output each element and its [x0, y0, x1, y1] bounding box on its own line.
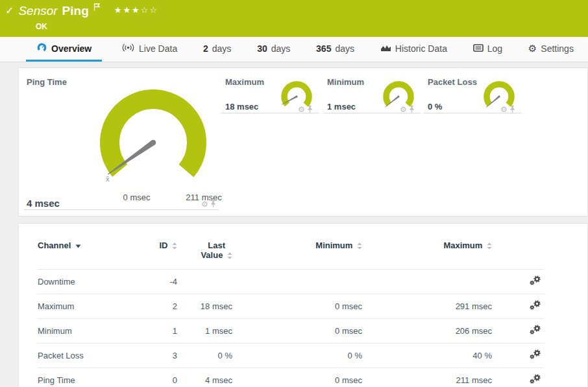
channel-settings-gears-icon[interactable] — [529, 377, 541, 386]
column-header-id[interactable]: ID — [135, 237, 177, 270]
channel-id: 0 — [135, 368, 177, 387]
channel-settings-cell — [492, 294, 544, 319]
table-row[interactable]: Ping Time 0 4 msec 0 msec 211 msec — [38, 368, 544, 387]
pin-icon[interactable] — [307, 104, 313, 115]
channel-last-value: 18 msec — [177, 294, 232, 319]
gauge-value: 18 msec — [225, 102, 258, 111]
divider — [323, 113, 421, 113]
sort-both-icon — [227, 252, 232, 259]
channel-table: Channel ID Last Value — [38, 237, 544, 387]
gauge-packet-loss: Packet Loss 0 % ⚙ — [424, 68, 522, 113]
channel-id: -4 — [135, 270, 177, 294]
channel-name[interactable]: Maximum — [38, 294, 135, 319]
channel-last-value: 1 msec — [177, 319, 232, 344]
channel-settings-gears-icon[interactable] — [529, 303, 541, 312]
table-row[interactable]: Packet Loss 3 0 % 0 % 40 % — [38, 344, 544, 368]
channel-maximum: 206 msec — [362, 319, 492, 344]
gauge-value: 1 msec — [327, 102, 356, 111]
channel-minimum: 0 msec — [232, 319, 362, 344]
sort-both-icon — [357, 242, 362, 250]
channel-maximum: 211 msec — [362, 368, 492, 387]
pin-icon[interactable] — [210, 198, 216, 210]
average-marker: x̄ — [106, 175, 110, 183]
gauge-maximum: Maximum 18 msec ⚙ — [221, 68, 320, 113]
pin-icon[interactable] — [509, 104, 515, 115]
column-header-minimum[interactable]: Minimum — [232, 237, 362, 270]
table-row[interactable]: Minimum 1 1 msec 0 msec 206 msec — [38, 319, 544, 344]
channel-settings-cell — [492, 344, 544, 368]
channel-last-value: 4 msec — [177, 368, 232, 387]
divider — [24, 209, 219, 210]
table-row[interactable]: Maximum 2 18 msec 0 msec 291 msec — [38, 294, 544, 319]
sort-both-icon — [172, 242, 177, 250]
log-icon — [473, 43, 484, 54]
pin-icon[interactable] — [409, 104, 415, 115]
gauges-panel: Ping Time x̄ 0 msec 211 msec 4 msec ⚙ — [18, 67, 588, 217]
channel-name[interactable]: Ping Time — [38, 368, 135, 387]
channel-last-value: 0 % — [177, 344, 232, 368]
tab-overview[interactable]: Overview — [26, 37, 102, 62]
channel-minimum: 0 % — [232, 344, 362, 368]
channel-name[interactable]: Packet Loss — [38, 344, 135, 368]
sensor-word: Sensor — [18, 4, 57, 18]
channel-maximum: 40 % — [362, 344, 492, 368]
channel-table-body: Downtime -4 Maximum 2 18 msec 0 msec 2 — [38, 270, 544, 387]
gauge-value: 0 % — [428, 102, 442, 111]
gauge-title: Ping Time — [27, 77, 67, 87]
flag-icon[interactable] — [93, 2, 101, 14]
broadcast-icon — [121, 43, 135, 54]
gauge-value: 4 msec — [27, 198, 60, 209]
column-header-maximum[interactable]: Maximum — [362, 237, 492, 270]
divider — [424, 113, 521, 113]
divider — [221, 113, 319, 113]
tab-bar: Overview Live Data 2 days 30 days 365 da… — [0, 37, 588, 62]
sensor-name: Ping — [62, 4, 89, 18]
tab-365-days[interactable]: 365 days — [310, 37, 361, 62]
channel-id: 2 — [135, 294, 177, 319]
gauge-minimum: Minimum 1 msec ⚙ — [323, 68, 422, 113]
tab-2-days[interactable]: 2 days — [197, 37, 238, 62]
sensor-header: ✓ Sensor Ping ★★★☆☆ OK — [0, 0, 588, 37]
tab-30-days[interactable]: 30 days — [251, 37, 297, 62]
gauge-scale-min: 0 msec — [103, 193, 171, 202]
gauge-ping-time: Ping Time x̄ 0 msec 211 msec 4 msec ⚙ — [19, 68, 221, 217]
sort-both-icon — [487, 242, 492, 250]
channel-name[interactable]: Downtime — [38, 270, 135, 294]
table-row[interactable]: Downtime -4 — [38, 270, 544, 294]
channel-settings-cell — [492, 270, 544, 294]
status-badge: OK — [36, 22, 582, 31]
tab-live-data[interactable]: Live Data — [115, 37, 184, 62]
column-header-last-value[interactable]: Last Value — [177, 237, 232, 270]
gauge-title: Minimum — [327, 77, 364, 87]
channel-settings-gears-icon[interactable] — [529, 278, 541, 288]
channel-settings-gears-icon[interactable] — [529, 327, 541, 337]
channel-settings-cell — [492, 319, 544, 344]
gauge-title: Maximum — [225, 77, 264, 87]
channel-minimum: 0 msec — [232, 294, 362, 319]
channel-maximum: 291 msec — [362, 294, 492, 319]
tab-log[interactable]: Log — [467, 37, 509, 62]
gauge-icon — [36, 42, 47, 54]
gauge-settings-icon[interactable]: ⚙ — [201, 200, 208, 208]
channel-settings-cell — [492, 368, 544, 387]
status-check-icon: ✓ — [5, 6, 14, 16]
gear-icon: ⚙ — [528, 43, 537, 54]
gauge-title: Packet Loss — [428, 77, 477, 87]
ping-time-gauge-dial — [95, 84, 212, 201]
channel-last-value — [177, 270, 232, 294]
chart-icon — [380, 43, 391, 54]
channel-minimum — [232, 270, 362, 294]
channel-minimum: 0 msec — [232, 368, 362, 387]
column-header-channel[interactable]: Channel — [38, 237, 135, 270]
column-header-settings — [492, 237, 544, 270]
sort-desc-icon — [75, 244, 81, 248]
channel-id: 1 — [135, 319, 177, 344]
channel-maximum — [362, 270, 492, 294]
tab-historic-data[interactable]: Historic Data — [374, 37, 454, 62]
channel-settings-gears-icon[interactable] — [529, 352, 541, 362]
channel-table-panel: Channel ID Last Value — [18, 223, 588, 387]
channel-id: 3 — [135, 344, 177, 368]
tab-settings[interactable]: ⚙ Settings — [522, 37, 580, 62]
priority-stars[interactable]: ★★★☆☆ — [114, 5, 158, 15]
channel-name[interactable]: Minimum — [38, 319, 135, 344]
